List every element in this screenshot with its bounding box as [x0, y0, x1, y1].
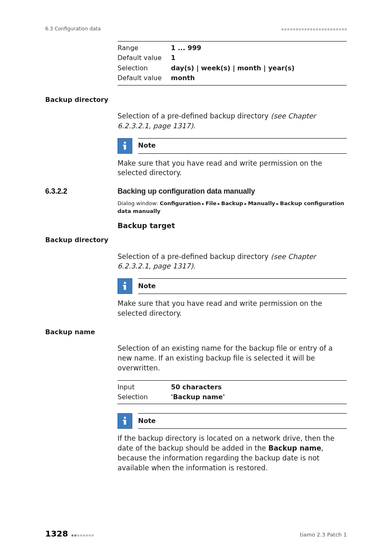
spec-key: Input [118, 383, 171, 392]
spec-key: Selection [118, 393, 171, 402]
note-box: Note [118, 278, 347, 294]
footer-ornament [71, 528, 94, 539]
spec-value: 'Backup name' [171, 393, 347, 402]
section-number: 6.3.2.2 [45, 186, 115, 197]
page-number-value: 1328 [45, 528, 68, 539]
spec-value: day(s) | week(s) | month | year(s) [171, 64, 347, 73]
breadcrumb: File [205, 200, 217, 206]
table-row: Range 1 ... 999 [118, 43, 347, 53]
text-fragment: . [193, 122, 195, 130]
field-label-backup-name: Backup name [45, 327, 115, 337]
note-title: Note [138, 141, 156, 150]
page-number: 1328 [45, 528, 94, 539]
section-title: Backing up configuration data manually [118, 186, 347, 197]
subheading-backup-target: Backup target [118, 221, 347, 231]
running-head-ornament [281, 25, 347, 32]
svg-point-0 [124, 141, 126, 143]
svg-point-3 [124, 282, 126, 284]
table-row: Selection day(s) | week(s) | month | yea… [118, 63, 347, 73]
spec-value: 1 [171, 53, 347, 62]
info-icon [118, 278, 132, 294]
field-label-backup-directory: Backup directory [45, 235, 115, 245]
backup-directory-desc-1: Selection of a pre-defined backup direct… [118, 111, 347, 131]
text-fragment: Dialog window: [118, 200, 160, 206]
spec-key: Range [118, 44, 171, 53]
spec-key: Selection [118, 64, 171, 73]
chevron-right-icon: ▸ [218, 201, 220, 207]
spec-table-backup-name: Input 50 characters Selection 'Backup na… [118, 380, 347, 405]
backup-name-desc: Selection of an existing name for the ba… [118, 344, 347, 373]
chevron-right-icon: ▸ [277, 201, 279, 207]
breadcrumb: Configuration [160, 200, 201, 206]
breadcrumb: Backup [221, 200, 243, 206]
table-row: Selection 'Backup name' [118, 392, 347, 402]
svg-rect-5 [123, 285, 125, 286]
dialog-path: Dialog window: Configuration▸File▸Backup… [118, 200, 347, 215]
text-fragment: Selection of a pre-defined backup direct… [118, 112, 271, 120]
note-body: Make sure that you have read and write p… [118, 159, 347, 178]
table-row: Default value month [118, 73, 347, 83]
note-body: Make sure that you have read and write p… [118, 299, 347, 319]
note-box: Note [118, 413, 347, 429]
spec-value: month [171, 74, 347, 83]
info-icon [118, 138, 132, 154]
spec-value: 50 characters [171, 383, 347, 392]
text-emphasis: Backup name [268, 444, 321, 452]
spec-value: 1 ... 999 [171, 44, 347, 53]
svg-point-6 [124, 417, 126, 419]
text-fragment: Selection of a pre-defined backup direct… [118, 252, 271, 261]
note-body: If the backup directory is located on a … [118, 434, 347, 473]
spec-key: Default value [118, 53, 171, 62]
spec-table-top: Range 1 ... 999 Default value 1 Selectio… [118, 41, 347, 86]
chevron-right-icon: ▸ [202, 201, 205, 207]
note-box: Note [118, 138, 347, 154]
footer-right: tiamo 2.3 Patch 1 [300, 531, 347, 539]
breadcrumb: Manually [248, 200, 275, 206]
note-title: Note [138, 282, 156, 291]
table-row: Input 50 characters [118, 382, 347, 392]
spec-key: Default value [118, 74, 171, 83]
running-head-left: 6.3 Configuration data [45, 25, 101, 32]
field-label-backup-directory: Backup directory [45, 95, 115, 104]
note-title: Note [138, 416, 156, 426]
backup-directory-desc-2: Selection of a pre-defined backup direct… [118, 252, 347, 272]
chevron-right-icon: ▸ [244, 201, 247, 207]
info-icon [118, 413, 132, 429]
text-fragment: . [193, 262, 195, 270]
table-row: Default value 1 [118, 53, 347, 63]
svg-rect-8 [123, 420, 125, 421]
svg-rect-2 [123, 145, 125, 146]
